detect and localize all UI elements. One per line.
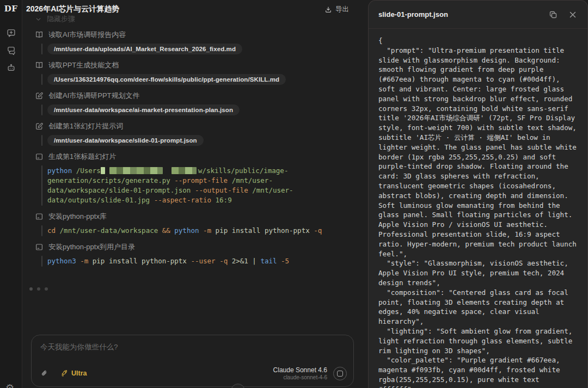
- indent-line: [41, 256, 42, 267]
- model-id: claude-sonnet-4-6: [273, 374, 327, 380]
- settings-gear-icon[interactable]: ⚙: [5, 383, 14, 388]
- loading-dot: [29, 287, 33, 291]
- main-area: 2026年AI芯片与云计算趋势 导出 隐藏步骤 读取AI市场调研报告内容/mnt…: [22, 0, 368, 388]
- indent-line: [41, 225, 42, 236]
- step-detail: /mnt/user-data/uploads/AI_Market_Researc…: [35, 44, 368, 54]
- attachment-paperclip-icon[interactable]: [40, 369, 48, 378]
- composer-toolbar: Ultra Claude Sonnet 4.6 claude-sonnet-4-…: [40, 366, 347, 380]
- code-line: generation/scripts/generate.py --prompt-…: [47, 176, 293, 186]
- indent-line: [41, 74, 42, 85]
- hide-steps-toggle[interactable]: 隐藏步骤: [35, 14, 368, 24]
- rocket-icon: [60, 369, 68, 377]
- step-1[interactable]: 读取AI市场调研报告内容: [35, 30, 368, 39]
- file-path-pill[interactable]: /mnt/user-data/uploads/AI_Market_Researc…: [47, 44, 242, 54]
- terminal-icon: [35, 152, 44, 161]
- indent-line: [41, 104, 42, 115]
- step-5[interactable]: 生成第1张标题幻灯片: [35, 152, 368, 161]
- left-sidebar: DF ⚙: [0, 0, 22, 388]
- file-path-pill[interactable]: /mnt/user-data/workspace/slide-01-prompt…: [47, 135, 204, 146]
- loading-dots: [29, 287, 368, 291]
- step-7[interactable]: 安装python-pptx到用户目录: [35, 243, 368, 251]
- agent-robot-icon[interactable]: [7, 63, 16, 72]
- file-path-pill[interactable]: /Users/1363214976qq.com/deer-flow/skills…: [47, 74, 286, 85]
- chat-history-icon[interactable]: [7, 46, 16, 55]
- shell-command[interactable]: cd /mnt/user-data/workspace && python -m…: [47, 225, 322, 236]
- step-detail: cd /mnt/user-data/workspace && python -m…: [35, 225, 368, 236]
- message-composer[interactable]: 今天我能为你做些什么? Ultra Claude Sonnet 4.6 clau…: [31, 335, 354, 387]
- copy-icon[interactable]: [549, 10, 558, 19]
- shell-command[interactable]: python3 -m pip install python-pptx --use…: [47, 256, 289, 267]
- hide-steps-label: 隐藏步骤: [47, 14, 75, 24]
- redacted-pixelated-block: [101, 167, 105, 174]
- code-line: data/workspace/slide-01-prompt.json --ou…: [47, 186, 293, 195]
- step-label: 读取AI市场调研报告内容: [48, 30, 126, 40]
- model-name: Claude Sonnet 4.6: [273, 366, 327, 374]
- loading-dot: [37, 287, 40, 291]
- indent-line: [41, 165, 42, 206]
- file-name: slide-01-prompt.json: [378, 10, 549, 19]
- step-6[interactable]: 安装python-pptx库: [35, 212, 368, 221]
- file-preview-panel: slide-01-prompt.json { "prompt": "Ultra-…: [368, 0, 588, 388]
- redacted-pixelated-block: [109, 167, 163, 174]
- model-selector[interactable]: Claude Sonnet 4.6 claude-sonnet-4-6: [273, 366, 327, 380]
- file-path-pill[interactable]: /mnt/user-data/workspace/ai-market-prese…: [47, 104, 240, 115]
- main-header: 2026年AI芯片与云计算趋势 导出: [22, 0, 368, 14]
- code-line: python3 -m pip install python-pptx --use…: [47, 256, 289, 266]
- step-label: 安装python-pptx到用户目录: [48, 242, 135, 252]
- edit-icon: [35, 91, 44, 100]
- step-detail: /mnt/user-data/workspace/ai-market-prese…: [35, 104, 368, 115]
- code-line: python /Usersw/skills/public/image-: [47, 166, 293, 176]
- download-icon: [324, 6, 332, 14]
- redacted-pixelated-block: [171, 167, 197, 174]
- stop-generation-button[interactable]: [333, 367, 347, 380]
- file-panel-header: slide-01-prompt.json: [369, 1, 587, 29]
- conversation-title: 2026年AI芯片与云计算趋势: [26, 4, 119, 14]
- code-line: data/outputs/slide-01.jpg --aspect-ratio…: [47, 195, 293, 205]
- app-logo: DF: [4, 4, 18, 14]
- plan-badge[interactable]: Ultra: [60, 369, 87, 377]
- shell-command[interactable]: python /Usersw/skills/public/image-gener…: [47, 165, 293, 206]
- step-label: 读取PPT生成技能文档: [48, 60, 119, 70]
- step-2[interactable]: 读取PPT生成技能文档: [35, 61, 368, 70]
- code-line: cd /mnt/user-data/workspace && python -m…: [47, 226, 322, 236]
- close-icon[interactable]: [569, 11, 577, 19]
- step-label: 安装python-pptx库: [48, 212, 107, 221]
- chevron-down-icon: [35, 16, 42, 23]
- sidebar-nav: [7, 28, 16, 72]
- loading-dot: [45, 287, 48, 291]
- chat-scroll-area[interactable]: 隐藏步骤 读取AI市场调研报告内容/mnt/user-data/uploads/…: [22, 12, 368, 388]
- stop-square-icon: [337, 371, 343, 377]
- steps-list: 读取AI市场调研报告内容/mnt/user-data/uploads/AI_Ma…: [35, 30, 368, 267]
- indent-line: [41, 44, 42, 54]
- indent-line: [41, 135, 42, 146]
- file-content[interactable]: { "prompt": "Ultra-premium presentation …: [369, 29, 587, 388]
- plan-label: Ultra: [71, 369, 87, 377]
- composer-placeholder: 今天我能为你做些什么?: [40, 342, 118, 352]
- edit-icon: [35, 122, 44, 131]
- step-4[interactable]: 创建第1张幻灯片提示词: [35, 122, 368, 131]
- step-label: 创建第1张幻灯片提示词: [48, 121, 123, 131]
- book-icon: [35, 61, 44, 70]
- step-detail: /Users/1363214976qq.com/deer-flow/skills…: [35, 74, 368, 85]
- export-label: 导出: [335, 5, 349, 14]
- step-detail: /mnt/user-data/workspace/slide-01-prompt…: [35, 135, 368, 146]
- book-icon: [35, 30, 44, 39]
- terminal-icon: [35, 243, 44, 251]
- step-3[interactable]: 创建AI市场调研PPT规划文件: [35, 91, 368, 100]
- export-button[interactable]: 导出: [324, 5, 349, 14]
- step-detail: python3 -m pip install python-pptx --use…: [35, 256, 368, 267]
- terminal-icon: [35, 212, 44, 221]
- step-label: 生成第1张标题幻灯片: [48, 152, 116, 162]
- new-chat-icon[interactable]: [7, 28, 16, 38]
- step-label: 创建AI市场调研PPT规划文件: [48, 91, 140, 101]
- step-detail: python /Usersw/skills/public/image-gener…: [35, 165, 368, 206]
